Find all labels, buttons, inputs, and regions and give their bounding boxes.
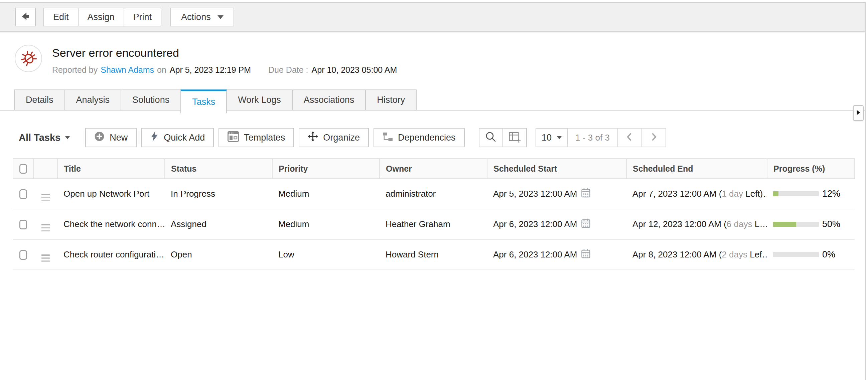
column-header-progress[interactable]: Progress (%) bbox=[767, 159, 855, 179]
task-status: Assigned bbox=[165, 209, 272, 240]
ticket-meta: Reported by Shawn Adams on Apr 5, 2023 1… bbox=[52, 65, 397, 75]
hierarchy-icon bbox=[382, 132, 393, 144]
task-status: In Progress bbox=[165, 179, 272, 209]
top-toolbar: Edit Assign Print Actions bbox=[0, 2, 865, 32]
drag-handle-icon[interactable] bbox=[41, 194, 50, 201]
print-button[interactable]: Print bbox=[124, 8, 162, 26]
quick-add-button[interactable]: Quick Add bbox=[141, 128, 214, 147]
search-icon bbox=[485, 131, 497, 144]
column-chooser-button[interactable] bbox=[502, 128, 527, 147]
drag-handle-icon[interactable] bbox=[41, 224, 50, 231]
tab-details[interactable]: Details bbox=[14, 90, 65, 110]
days-left-count: 6 days bbox=[727, 219, 755, 229]
page-size-dropdown[interactable]: 10 bbox=[535, 128, 568, 147]
back-button[interactable] bbox=[15, 8, 36, 26]
chevron-down-icon bbox=[557, 136, 562, 139]
table-row[interactable]: Open up Network Port In Progress Medium … bbox=[13, 179, 855, 209]
chevron-left-icon bbox=[625, 132, 634, 143]
progress-bar-fill bbox=[773, 191, 778, 196]
scheduled-end-value: Apr 8, 2023 12:00 AM ( bbox=[632, 249, 722, 259]
reported-date: Apr 5, 2023 12:19 PM bbox=[170, 65, 251, 75]
tab-solutions[interactable]: Solutions bbox=[121, 90, 181, 110]
reporter-link[interactable]: Shawn Adams bbox=[100, 65, 154, 75]
tab-label: Solutions bbox=[132, 95, 169, 105]
progress-bar-track bbox=[773, 191, 819, 196]
scheduled-end-value: Apr 7, 2023 12:00 AM ( bbox=[632, 189, 722, 199]
row-checkbox[interactable] bbox=[20, 220, 27, 229]
assign-button[interactable]: Assign bbox=[78, 8, 124, 26]
move-arrows-icon bbox=[308, 131, 318, 144]
range-label: 1 - 3 of 3 bbox=[575, 133, 610, 143]
task-filter-dropdown[interactable]: All Tasks bbox=[19, 132, 70, 143]
calendar-icon bbox=[581, 188, 590, 200]
drag-handle-icon[interactable] bbox=[41, 254, 50, 262]
plus-circle-icon bbox=[94, 131, 104, 144]
task-owner: Howard Stern bbox=[379, 240, 487, 270]
scheduled-start-value: Apr 6, 2023 12:00 AM bbox=[493, 249, 577, 260]
next-page-button[interactable] bbox=[642, 128, 666, 147]
tab-analysis[interactable]: Analysis bbox=[64, 90, 122, 110]
scheduled-start-value: Apr 5, 2023 12:00 AM bbox=[493, 189, 577, 199]
column-header-scheduled-end[interactable]: Scheduled End bbox=[626, 159, 767, 179]
side-panel-expander-button[interactable] bbox=[853, 105, 864, 121]
due-date-value: Apr 10, 2023 05:00 AM bbox=[312, 65, 397, 75]
tab-label: Associations bbox=[304, 95, 354, 105]
templates-button[interactable]: Templates bbox=[218, 128, 294, 147]
task-title[interactable]: Check router configurati… bbox=[58, 240, 165, 270]
scheduled-start-value: Apr 6, 2023 12:00 AM bbox=[493, 219, 577, 229]
templates-label: Templates bbox=[244, 133, 285, 143]
calendar-icon bbox=[581, 249, 590, 261]
task-title[interactable]: Open up Network Port bbox=[58, 179, 165, 209]
dependencies-button[interactable]: Dependencies bbox=[374, 128, 465, 147]
task-status: Open bbox=[165, 240, 272, 270]
tab-work-logs[interactable]: Work Logs bbox=[226, 90, 293, 110]
tab-history[interactable]: History bbox=[365, 90, 416, 110]
new-task-button[interactable]: New bbox=[85, 128, 137, 147]
bug-icon bbox=[19, 48, 38, 69]
edit-button[interactable]: Edit bbox=[43, 8, 79, 26]
progress-bar-track bbox=[773, 222, 819, 227]
task-title[interactable]: Check the network conn… bbox=[58, 209, 165, 240]
new-task-label: New bbox=[110, 133, 128, 143]
drag-column-header bbox=[33, 159, 58, 179]
tasks-table: Title Status Priority Owner Scheduled St… bbox=[13, 158, 855, 270]
row-checkbox[interactable] bbox=[20, 250, 27, 260]
days-left-count: 1 day bbox=[722, 189, 745, 199]
column-header-title[interactable]: Title bbox=[58, 159, 165, 179]
pagination: 10 1 - 3 of 3 bbox=[536, 128, 666, 147]
column-header-owner[interactable]: Owner bbox=[379, 159, 487, 179]
days-left-count: 2 days bbox=[722, 249, 750, 259]
organize-button[interactable]: Organize bbox=[299, 128, 369, 147]
chevron-down-icon bbox=[217, 15, 223, 19]
column-header-scheduled-start[interactable]: Scheduled Start bbox=[487, 159, 626, 179]
calendar-icon bbox=[581, 218, 590, 230]
row-checkbox[interactable] bbox=[20, 189, 27, 199]
task-owner: Heather Graham bbox=[379, 209, 487, 240]
previous-page-button[interactable] bbox=[617, 128, 642, 147]
page-range-text: 1 - 3 of 3 bbox=[567, 128, 618, 147]
scheduled-end-value: Apr 12, 2023 12:00 AM ( bbox=[632, 219, 727, 229]
quick-add-label: Quick Add bbox=[164, 133, 205, 143]
tab-associations[interactable]: Associations bbox=[292, 90, 366, 110]
column-header-status[interactable]: Status bbox=[165, 159, 272, 179]
actions-label: Actions bbox=[181, 12, 211, 22]
actions-dropdown-button[interactable]: Actions bbox=[170, 8, 234, 26]
incident-badge bbox=[15, 45, 42, 72]
reported-by-label: Reported by bbox=[52, 65, 98, 75]
tab-tasks[interactable]: Tasks bbox=[180, 90, 227, 114]
ticket-action-group: Edit Assign Print bbox=[44, 8, 161, 26]
tab-label: Analysis bbox=[76, 95, 110, 105]
table-row[interactable]: Check the network conn… Assigned Medium … bbox=[13, 209, 855, 240]
column-header-priority[interactable]: Priority bbox=[272, 159, 379, 179]
template-icon bbox=[227, 131, 239, 144]
days-left-suffix: Lef… bbox=[750, 249, 767, 259]
progress-percent: 0% bbox=[822, 249, 835, 260]
select-all-checkbox[interactable] bbox=[20, 164, 27, 173]
tab-label: History bbox=[377, 95, 405, 105]
tab-bar: Details Analysis Solutions Tasks Work Lo… bbox=[0, 90, 865, 110]
table-row[interactable]: Check router configurati… Open Low Howar… bbox=[13, 240, 855, 270]
back-arrow-icon bbox=[20, 11, 30, 23]
tab-label: Details bbox=[26, 95, 54, 105]
search-button[interactable] bbox=[479, 128, 503, 147]
task-owner: administrator bbox=[379, 179, 487, 209]
